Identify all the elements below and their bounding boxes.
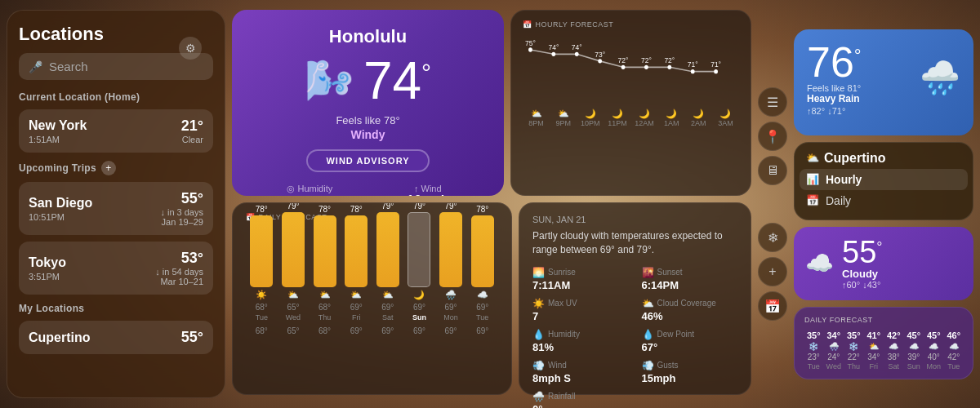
hour-4-icon: 🌙 [631, 109, 658, 119]
day-high-tue: 78° [256, 205, 268, 214]
cupertino-name: Cupertino [29, 330, 91, 345]
day-bar-visual-wed [282, 212, 305, 287]
day-low-fri: 69° [350, 303, 363, 312]
day-icon-sat: ⛅ [382, 290, 394, 300]
mini-high-2: 35° [844, 330, 863, 340]
svg-text:74°: 74° [548, 43, 559, 52]
wind-label2: Wind [548, 361, 567, 370]
home-weather: 21° Clear [181, 118, 203, 144]
mini-icon-5: ☁️ [905, 342, 924, 351]
right-icon-bar: ☰ 📍 🖥 ❄ + 📅 [758, 87, 787, 321]
honolulu-main-temp: 74° [363, 51, 431, 111]
center-area: Honolulu 🌬️ 74° Feels like 78° Windy WIN… [232, 10, 751, 398]
upcoming-section-header: Upcoming Trips + [19, 161, 213, 175]
mini-low-6: 40° [924, 353, 943, 361]
mini-high-6: 45° [924, 330, 943, 340]
home-location-card[interactable]: New York 1:51AM 21° Clear [19, 109, 213, 153]
sunset-label: Sunset [657, 268, 683, 277]
sunrise-icon: 🌅 [532, 267, 545, 278]
hamburger-button[interactable]: ☰ [758, 87, 787, 117]
hour-1-icon: ⛅ [550, 109, 577, 119]
day-label-wed: Wed [286, 313, 301, 322]
sunrise-value: 7:11AM [532, 279, 629, 291]
day-label-tue: Tue [256, 313, 268, 322]
current-location-section: Current Location (Home) [19, 91, 213, 103]
day-low-sun: 69° [413, 303, 425, 312]
hour-0-icon: ⛅ [523, 109, 550, 119]
rainfall-label: Rainfall [548, 392, 575, 401]
mini-daily-title: DAILY FORECAST [804, 316, 963, 324]
trip-sandiego-dates: Jan 19–29 [160, 217, 203, 227]
trip-card-tokyo[interactable]: Tokyo 3:51PM 53° ↓ in 54 days Mar 10–21 [19, 242, 213, 295]
mini-icon-0: ❄️ [804, 342, 823, 351]
trip-tokyo-weather: 53° ↓ in 54 days Mar 10–21 [155, 250, 203, 286]
honolulu-city-name: Honolulu [250, 26, 486, 47]
mini-icon-1: 🌨️ [825, 342, 844, 351]
hour-item-0: ⛅ 8PM [523, 109, 550, 127]
day-label-tue2: Tue [476, 313, 488, 322]
daily-bars-area: 78° ☀️ 68° Tue 79° ⛅ 65° Wed [246, 228, 498, 322]
trip-tokyo-temp: 53° [155, 250, 203, 267]
day-icon-thu: ⛅ [319, 290, 331, 300]
heavy-rain-temp: 76° [807, 41, 862, 83]
hour-7-icon: 🌙 [712, 109, 739, 119]
ui-root: Locations ⚙ 🎤 Search Current Location (H… [0, 0, 980, 408]
svg-point-4 [621, 65, 626, 69]
day-high-sun: 79° [413, 202, 425, 211]
cloudy-row: ☁️ 55° Cloudy ↑60° ↓43° [805, 237, 962, 290]
far-right-area: 76° Feels like 81° Heavy Rain ↑82° ↓71° … [794, 29, 973, 379]
mini-day-5: 45° ☁️ 39° Sun [905, 330, 924, 370]
daily-card: 📅 DAILY FORECAST 78° ☀️ 68° Tue 79° [232, 202, 512, 395]
day-high-tue2: 78° [476, 205, 488, 214]
location-cupertino-card[interactable]: Cupertino 55° [19, 321, 213, 354]
mini-label-2: Thu [844, 362, 863, 370]
hourly-title: 📅 HOURLY FORECAST [523, 20, 739, 29]
mini-low-0: 23° [804, 353, 823, 361]
plus-button[interactable]: + [758, 257, 787, 286]
mini-label-6: Mon [924, 362, 943, 370]
mini-high-4: 42° [884, 330, 903, 340]
svg-text:72°: 72° [664, 56, 675, 65]
wind-label: ↑ Wind [407, 184, 449, 193]
hourly-menu-item[interactable]: 📊 Hourly [800, 169, 968, 190]
detail-description: Partly cloudy with temperatures expected… [532, 229, 737, 257]
cupertino-menu-city: ⛅ Cupertino [806, 151, 961, 166]
honolulu-details: ◎ Humidity 84% ↑ Wind 16mph [250, 184, 486, 196]
snowflake-button[interactable]: ❄ [758, 223, 787, 252]
svg-point-2 [575, 52, 579, 56]
trip-card-sandiego[interactable]: San Diego 10:51PM 55° ↓ in 3 days Jan 19… [19, 182, 213, 235]
upcoming-section-label: Upcoming Trips [19, 162, 96, 174]
home-temp: 21° [181, 118, 203, 135]
cloud-label: Cloud Coverage [657, 299, 716, 308]
wind-advisory-button[interactable]: WIND ADVISORY [306, 149, 429, 172]
day-bar-thu: 78° ⛅ 68° Thu [310, 205, 339, 322]
cupertino-info: Cupertino [29, 330, 91, 345]
cloud-icon: ⛅ [642, 298, 654, 309]
gusts-label: Gusts [657, 361, 679, 370]
daily-menu-item[interactable]: 📅 Daily [806, 190, 961, 211]
uv-label: Max UV [548, 299, 577, 308]
wind-icon: 💨 [532, 360, 545, 371]
hour-2-label: 10PM [577, 119, 604, 127]
day-bar-visual-thu [314, 215, 336, 287]
settings-button[interactable]: ⚙ [179, 37, 202, 60]
day-bar-fri: 78° ⛅ 69° Fri [342, 205, 371, 322]
sidebar-header: Locations ⚙ [19, 24, 213, 45]
heavy-rain-icon: 🌧️ [920, 59, 960, 97]
calendar-button[interactable]: 📅 [758, 291, 787, 321]
day-icon-wed: ⛅ [287, 290, 299, 300]
day-high-fri: 78° [350, 205, 363, 214]
svg-point-5 [644, 65, 648, 69]
display-button[interactable]: 🖥 [758, 156, 787, 185]
add-trip-button[interactable]: + [101, 161, 116, 175]
day-icon-mon: 🌧️ [445, 290, 457, 300]
location-button[interactable]: 📍 [758, 122, 787, 151]
mini-label-4: Sat [884, 362, 903, 370]
hour-item-2: 🌙 10PM [577, 109, 604, 127]
detail-date: SUN, JAN 21 [532, 215, 737, 224]
mini-day-0: 35° ❄️ 23° Tue [804, 330, 823, 370]
honolulu-card: Honolulu 🌬️ 74° Feels like 78° Windy WIN… [232, 10, 504, 196]
sidebar: Locations ⚙ 🎤 Search Current Location (H… [7, 10, 225, 398]
gusts-value: 15mph [642, 372, 738, 384]
svg-text:75°: 75° [525, 38, 536, 47]
